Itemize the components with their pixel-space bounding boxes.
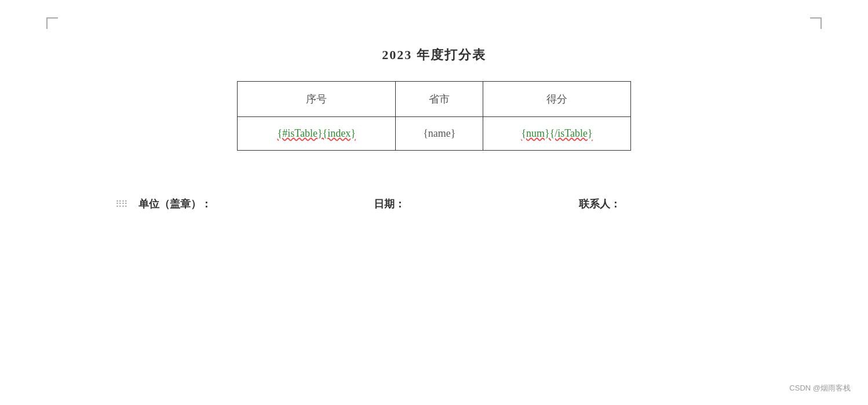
table-cell-score: {num}{/isTable} <box>483 117 631 151</box>
corner-mark-top-left <box>46 17 58 29</box>
watermark: CSDN @烟雨客栈 <box>789 383 851 393</box>
page-title: 2023 年度打分表 <box>382 46 486 64</box>
footer-unit-label: 单位（盖章）： <box>138 197 211 211</box>
table-row: {#isTable}{index} {name} {num}{/isTable} <box>238 117 631 151</box>
table-header-row: 序号 省市 得分 <box>238 82 631 117</box>
template-name-text: {name} <box>423 127 455 139</box>
main-content: 2023 年度打分表 序号 省市 得分 {#isTable}{index} {n… <box>0 0 868 211</box>
footer-info: ⠿⠿ 单位（盖章）： 日期： 联系人： <box>115 197 753 211</box>
template-index-text: {#isTable}{index} <box>278 127 356 139</box>
template-score-text: {num}{/isTable} <box>521 127 592 139</box>
corner-mark-top-right <box>810 17 822 29</box>
table-cell-province: {name} <box>396 117 483 151</box>
footer-contact-label: 联系人： <box>579 197 621 211</box>
col-header-index: 序号 <box>238 82 396 117</box>
col-header-province: 省市 <box>396 82 483 117</box>
col-header-score: 得分 <box>483 82 631 117</box>
score-table: 序号 省市 得分 {#isTable}{index} {name} {num}{… <box>237 81 631 151</box>
table-cell-index: {#isTable}{index} <box>238 117 396 151</box>
drag-handle-icon: ⠿⠿ <box>115 199 127 210</box>
footer-date-label: 日期： <box>374 197 405 211</box>
